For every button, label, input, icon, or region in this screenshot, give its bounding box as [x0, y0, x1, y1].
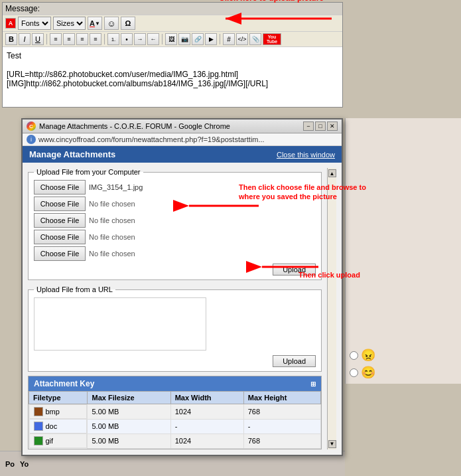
- upload-btn-1[interactable]: Upload: [273, 264, 316, 276]
- upload-btn-2[interactable]: Upload: [273, 355, 316, 367]
- align-left-btn[interactable]: ≡: [50, 33, 62, 45]
- toolbar-row1: A Fonts Sizes A ▼ ☺ Ω: [3, 15, 342, 32]
- yo-label: Yo: [20, 460, 29, 468]
- editor-container: Message: A Fonts Sizes A ▼ ☺ Ω B I: [2, 2, 343, 108]
- url-textarea[interactable]: [34, 297, 206, 351]
- align-center-btn[interactable]: ≡: [63, 33, 75, 45]
- emoji-1: 😠: [361, 348, 375, 362]
- font-btn[interactable]: Ω: [121, 17, 135, 30]
- table-row: doc 5.00 MB - -: [29, 419, 321, 434]
- attach-btn[interactable]: 📎: [249, 33, 261, 45]
- choose-file-btn-2[interactable]: Choose File: [34, 197, 86, 211]
- minimize-btn[interactable]: −: [303, 121, 314, 131]
- file-row-3: Choose File No file chosen: [34, 213, 316, 228]
- po-label: Po: [5, 460, 15, 468]
- modal-header-title: Manage Attachments: [29, 149, 115, 159]
- file-name-5: No file chosen: [89, 250, 135, 258]
- emoji-2: 😊: [361, 365, 375, 380]
- img-btn[interactable]: 🖼: [165, 33, 177, 45]
- restore-btn[interactable]: □: [315, 121, 326, 131]
- upload-url-section: Upload File from a URL Upload: [28, 285, 322, 372]
- ol-btn[interactable]: 1.: [107, 33, 119, 45]
- info-icon: i: [27, 135, 36, 144]
- link-btn[interactable]: 🔗: [192, 33, 204, 45]
- modal-titlebar: C Manage Attachments - C.O.R.E. FORUM - …: [23, 119, 342, 133]
- indent-btn[interactable]: →: [134, 33, 146, 45]
- emoji-section: 😠 😊: [350, 348, 457, 380]
- attachment-key-header: Attachment Key ⊞: [29, 376, 321, 391]
- message-label: Message:: [3, 3, 342, 15]
- video-btn[interactable]: ▶: [205, 33, 217, 45]
- col-maxwidth: Max Width: [170, 392, 243, 404]
- camera-btn[interactable]: 📷: [178, 33, 190, 45]
- sizes-select[interactable]: Sizes: [53, 17, 86, 30]
- close-window-link[interactable]: Close this window: [277, 151, 335, 159]
- choose-file-btn-5[interactable]: Choose File: [34, 246, 86, 261]
- file-name-4: No file chosen: [89, 233, 135, 241]
- table-row: gif 5.00 MB 1024 768: [29, 434, 321, 448]
- attachment-table: Filetype Max Filesize Max Width Max Heig…: [29, 391, 321, 449]
- close-btn[interactable]: ✕: [327, 121, 338, 131]
- modal-scrollbar[interactable]: ▲ ▼: [327, 168, 336, 449]
- ul-btn[interactable]: •: [121, 33, 133, 45]
- modal-header: Manage Attachments Close this window: [23, 146, 342, 163]
- file-name-1: IMG_3154_1.jpg: [89, 183, 143, 191]
- emoji-radio-1[interactable]: [350, 351, 358, 360]
- right-panel: 😠 😊: [345, 118, 461, 384]
- code-btn[interactable]: </>: [236, 33, 248, 45]
- modal-body: Upload File from your Computer Choose Fi…: [23, 163, 342, 455]
- editor-content: Test [URL=http://s862.photobucket.com/us…: [3, 47, 342, 107]
- file-row-1: Choose File IMG_3154_1.jpg: [34, 180, 316, 195]
- choose-file-btn-1[interactable]: Choose File: [34, 180, 86, 195]
- address-text: www.cincyoffroad.com/forum/newattachment…: [38, 135, 265, 143]
- modal-window: C Manage Attachments - C.O.R.E. FORUM - …: [21, 118, 343, 456]
- attachment-key: Attachment Key ⊞ Filetype Max Filesize M…: [28, 376, 322, 449]
- col-maxheight: Max Height: [243, 392, 320, 404]
- modal-title: Manage Attachments - C.O.R.E. FORUM - Go…: [39, 122, 230, 130]
- chrome-favicon: C: [27, 121, 36, 131]
- choose-file-btn-3[interactable]: Choose File: [34, 213, 86, 228]
- choose-file-btn-4[interactable]: Choose File: [34, 230, 86, 244]
- col-filetype: Filetype: [29, 392, 88, 404]
- table-row: bmp 5.00 MB 1024 768: [29, 404, 321, 420]
- address-bar: i www.cincyoffroad.com/forum/newattachme…: [23, 133, 342, 146]
- align-right-btn[interactable]: ≡: [76, 33, 88, 45]
- italic-btn[interactable]: I: [19, 33, 31, 45]
- file-row-4: Choose File No file chosen: [34, 230, 316, 244]
- upload-url-legend: Upload File from a URL: [34, 285, 115, 293]
- emoji-radio-2[interactable]: [350, 368, 358, 377]
- bold-btn[interactable]: B: [5, 33, 17, 45]
- outdent-btn[interactable]: ←: [147, 33, 159, 45]
- file-name-3: No file chosen: [89, 216, 135, 224]
- file-name-2: No file chosen: [89, 200, 135, 208]
- file-row-2: Choose File No file chosen: [34, 197, 316, 211]
- hash-btn[interactable]: #: [223, 33, 235, 45]
- font-icon: A: [5, 18, 16, 29]
- fonts-select[interactable]: Fonts: [18, 17, 51, 30]
- justify-btn[interactable]: ≡: [90, 33, 101, 45]
- file-row-5: Choose File No file chosen: [34, 246, 316, 261]
- toolbar-row2: B I U ≡ ≡ ≡ ≡ 1. • → ← 🖼 📷 🔗 ▶ # </> 📎 Y…: [3, 32, 342, 47]
- upload-computer-legend: Upload File from your Computer: [34, 168, 143, 176]
- smiley-btn[interactable]: ☺: [104, 17, 119, 30]
- underline-btn[interactable]: U: [32, 33, 44, 45]
- youtube-btn[interactable]: YouTube: [263, 33, 281, 45]
- col-maxfilesize: Max Filesize: [88, 392, 170, 404]
- font-color-btn[interactable]: A ▼: [88, 17, 102, 30]
- upload-computer-section: Upload File from your Computer Choose Fi…: [28, 168, 322, 280]
